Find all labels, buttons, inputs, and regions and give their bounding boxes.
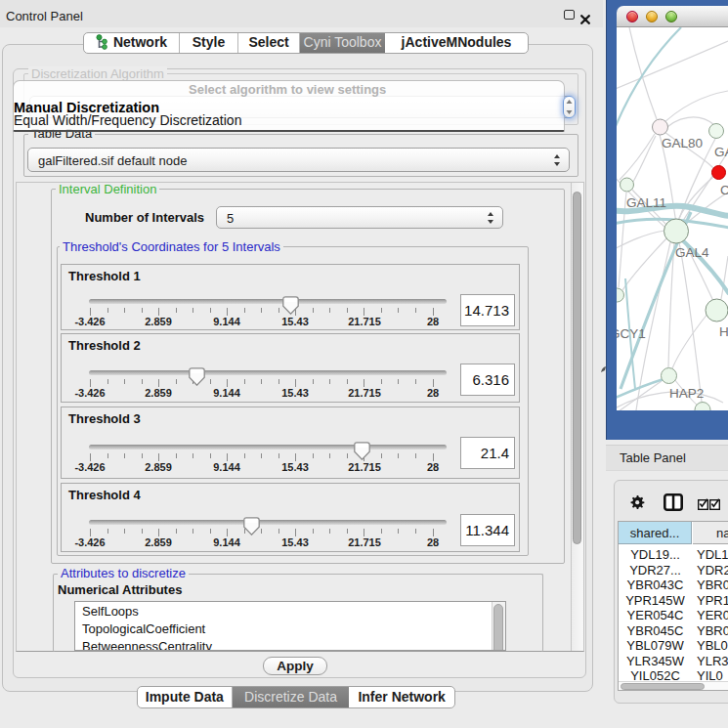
svg-text:GAL11: GAL11 xyxy=(626,195,666,210)
svg-text:H: H xyxy=(719,324,728,339)
svg-text:C: C xyxy=(720,183,728,197)
svg-text:GCY1: GCY1 xyxy=(617,326,646,341)
svg-text:HAP2: HAP2 xyxy=(669,386,704,401)
svg-text:GA: GA xyxy=(714,145,728,159)
svg-text:GAL4: GAL4 xyxy=(675,245,709,260)
svg-text:GAL80: GAL80 xyxy=(662,136,703,150)
